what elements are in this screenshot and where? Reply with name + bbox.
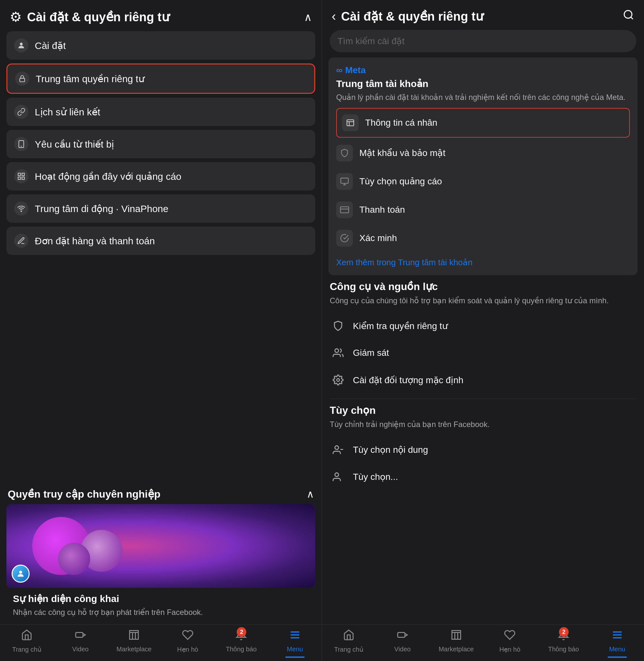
pro-chevron-icon[interactable]: ∧ [306,488,314,500]
nav-item-marketplace-right[interactable]: Marketplace [429,629,483,653]
tuychon-desc: Tùy chỉnh trải nghiệm của bạn trên Faceb… [330,419,636,430]
nav-item-trang-chu-right[interactable]: Trang chủ [322,629,376,653]
tuychon-item-2[interactable]: Tùy chọn... [330,463,636,490]
tools-title: Công cụ và nguồn lực [330,280,636,293]
search-header-icon[interactable] [623,9,634,24]
svg-rect-5 [22,173,24,176]
tools-desc: Công cụ của chúng tôi hỗ trợ bạn kiểm so… [330,295,636,306]
nav-item-hendo-left[interactable]: Hẹn hò [161,629,215,653]
svg-marker-11 [83,634,85,637]
menu-label-trung-tam: Trung tâm quyền riêng tư [36,73,144,84]
nav-item-thongbao-left[interactable]: 2 Thông báo [214,629,268,653]
right-panel: ‹ Cài đặt & quyền riêng tư Tìm kiếm cài … [322,0,644,661]
svg-point-26 [335,446,339,449]
pro-card-title: Sự hiện diện công khai [13,593,309,604]
search-bar[interactable]: Tìm kiếm cài đặt [330,30,636,52]
meta-label-thanh-toan: Thanh toán [359,205,405,215]
menu-item-hoat-dong[interactable]: Hoạt động gần đây với quảng cáo [6,162,315,191]
nav-item-video-right[interactable]: Video [376,629,430,653]
svg-rect-16 [347,119,354,126]
pro-section-header: Quyền truy cập chuyên nghiệp ∧ [0,482,322,504]
settings-icon [330,372,346,388]
menu-label-cai-dat: Cài đặt [35,40,66,51]
svg-point-28 [335,473,339,476]
nav-label-video-right: Video [394,645,411,653]
meta-section-desc: Quản lý phần cài đặt tài khoản và trải n… [336,92,630,103]
heart-icon-right [504,629,515,644]
nav-label-marketplace-right: Marketplace [439,645,474,653]
tools-item-giam-sat[interactable]: Giám sát [330,339,636,367]
meta-label-xac-minh: Xác minh [359,233,397,243]
tools-label-cai-dat: Cài đặt đối tượng mặc định [353,375,463,385]
menu-item-lich-su[interactable]: Lịch sử liên kết [6,98,315,126]
left-menu-list: Cài đặt Trung tâm quyền riêng tư Lịch sử… [0,31,322,482]
nav-item-trang-chu-left[interactable]: Trang chủ [0,629,54,653]
gear-icon: ⚙ [10,9,22,25]
meta-label-mat-khau: Mật khẩu và bảo mật [359,148,445,158]
nav-item-video-left[interactable]: Video [54,629,108,653]
nav-item-menu-left[interactable]: Menu [268,629,322,653]
menu-label-lich-su: Lịch sử liên kết [35,106,100,118]
activity-icon [14,169,28,183]
privacy-check-icon [330,317,346,334]
nav-label-hendo-right: Hẹn hò [500,645,520,653]
meta-item-thanh-toan[interactable]: Thanh toán [336,196,630,224]
shield-icon [336,145,353,161]
meta-item-thong-tin[interactable]: Thông tin cá nhân [336,108,630,138]
menu-item-trung-tam[interactable]: Trung tâm quyền riêng tư [6,64,315,94]
menu-item-don-dat-hang[interactable]: Đơn đặt hàng và thanh toán [6,226,315,255]
meta-logo: ∞ Meta [336,65,630,75]
search-placeholder: Tìm kiếm cài đặt [338,36,405,46]
back-icon[interactable]: ‹ [332,9,336,24]
chevron-up-icon[interactable]: ∧ [304,10,312,24]
tuychon-label-noi-dung: Tùy chọn nội dung [353,444,428,455]
meta-item-xac-minh[interactable]: Xác minh [336,224,630,252]
tools-section: Công cụ và nguồn lực Công cụ của chúng t… [322,280,644,394]
nav-label-thongbao-right: Thông báo [548,645,579,653]
menu-item-yeu-cau[interactable]: Yêu cầu từ thiết bị [6,130,315,158]
nav-badge-right: 2 [559,627,569,637]
meta-logo-text: Meta [345,65,366,75]
nav-label-trang-chu-right: Trang chủ [334,645,364,653]
nav-item-thongbao-right[interactable]: 2 Thông báo [537,629,591,653]
home-icon-left [21,629,32,644]
nav-item-marketplace-left[interactable]: Marketplace [107,629,161,653]
meta-link[interactable]: Xem thêm trong Trung tâm tài khoản [336,258,630,267]
verify-icon [336,230,353,246]
tools-item-kiem-tra[interactable]: Kiểm tra quyền riêng tư [330,312,636,339]
video-icon-left [75,629,86,644]
pro-image-card[interactable] [6,504,315,588]
heart-icon-left [182,629,193,644]
nav-item-hendo-right[interactable]: Hẹn hò [483,629,537,653]
home-icon-right [343,629,354,644]
menu-icon-left [289,629,301,644]
tuychon-title: Tùy chọn [330,404,636,416]
menu-item-trung-tam-di-dong[interactable]: Trung tâm di động · VinaPhone [6,194,315,223]
svg-rect-7 [22,177,24,179]
menu-label-hoat-dong: Hoạt động gần đây với quảng cáo [35,171,181,182]
nav-item-menu-right[interactable]: Menu [590,629,644,653]
payment-icon [336,201,353,218]
svg-rect-10 [76,633,83,637]
svg-rect-29 [398,633,405,637]
nav-underline-right [607,657,627,658]
svg-rect-22 [340,206,349,213]
meta-label-thong-tin: Thông tin cá nhân [365,118,437,128]
svg-rect-4 [18,173,21,176]
tuychon-item-noi-dung[interactable]: Tùy chọn nội dung [330,436,636,463]
content-icon [330,442,346,458]
svg-rect-6 [18,177,21,179]
user-icon [14,38,28,52]
mobile-icon [14,201,28,216]
nav-label-menu-left: Menu [287,645,303,653]
menu-item-cai-dat[interactable]: Cài đặt [6,31,315,60]
tuychon-section: Tùy chọn Tùy chỉnh trải nghiệm của bạn t… [322,404,644,490]
nav-label-hendo-left: Hẹn hò [177,645,198,653]
nav-label-video-left: Video [72,645,89,653]
right-header: ‹ Cài đặt & quyền riêng tư [322,0,644,30]
orb3 [58,543,90,575]
meta-item-mat-khau[interactable]: Mật khẩu và bảo mật [336,139,630,167]
left-header: ⚙ Cài đặt & quyền riêng tư ∧ [0,0,322,31]
tools-item-cai-dat[interactable]: Cài đặt đối tượng mặc định [330,367,636,394]
meta-item-tuy-chon-qc[interactable]: Tùy chọn quảng cáo [336,167,630,196]
